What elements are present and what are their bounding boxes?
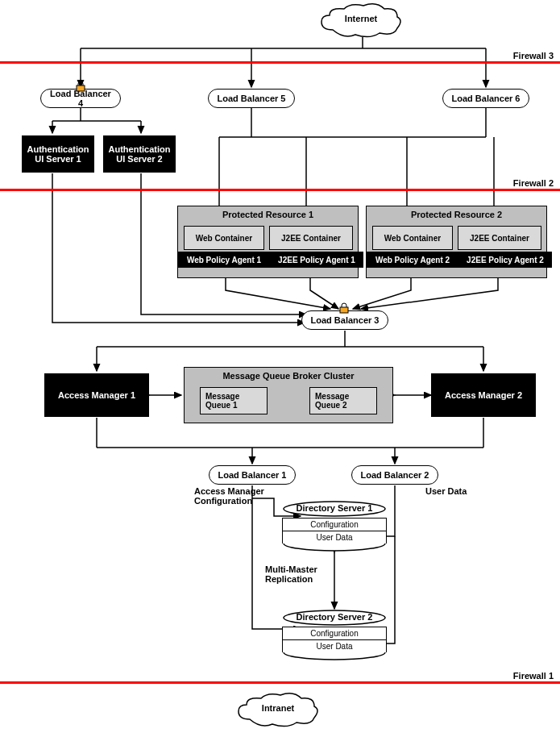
ds2-userdata: User Data <box>282 639 387 652</box>
ds1-title: Directory Server 1 <box>282 503 387 513</box>
am-config-label: Access Manager Configuration <box>194 486 283 506</box>
load-balancer-5: Load Balancer 5 <box>208 89 295 108</box>
internet-label: Internet <box>317 14 405 23</box>
load-balancer-6: Load Balancer 6 <box>442 89 529 108</box>
pr2-web-container: Web Container <box>372 226 453 250</box>
firewall-1-label: Firewall 1 <box>513 671 554 681</box>
mmr-label: Multi-Master Replication <box>265 564 330 584</box>
load-balancer-1: Load Balancer 1 <box>209 465 296 485</box>
firewall-1-line <box>0 681 560 684</box>
diagram-canvas: Firewall 3 Firewall 2 Firewall 1 Interne… <box>0 0 560 733</box>
intranet-label: Intranet <box>234 703 322 713</box>
ds1-userdata: User Data <box>282 531 387 544</box>
firewall-2-line <box>0 189 560 191</box>
message-queue-1: Message Queue 1 <box>200 387 268 414</box>
mq-title: Message Queue Broker Cluster <box>185 371 392 381</box>
auth-ui-server-1: Authentication UI Server 1 <box>22 135 94 173</box>
ds1-config: Configuration <box>282 518 387 531</box>
pr2-title: Protected Resource 2 <box>367 210 546 219</box>
ds2-title: Directory Server 2 <box>282 612 387 622</box>
pr1-title: Protected Resource 1 <box>178 210 358 219</box>
pr2-web-policy-agent: Web Policy Agent 2 <box>367 252 458 268</box>
internet-cloud: Internet <box>317 2 405 40</box>
directory-server-1: Directory Server 1 Configuration User Da… <box>282 500 387 552</box>
load-balancer-2: Load Balancer 2 <box>351 465 438 485</box>
message-queue-2: Message Queue 2 <box>309 387 377 414</box>
pr1-j2ee-container: J2EE Container <box>269 226 353 250</box>
pr2-j2ee-container: J2EE Container <box>458 226 541 250</box>
ds2-config: Configuration <box>282 627 387 639</box>
pr2-j2ee-policy-agent: J2EE Policy Agent 2 <box>458 252 552 268</box>
auth-ui-server-2: Authentication UI Server 2 <box>103 135 176 173</box>
lock-icon <box>75 81 86 92</box>
directory-server-2: Directory Server 2 Configuration User Da… <box>282 609 387 661</box>
intranet-cloud: Intranet <box>234 692 322 729</box>
svg-rect-1 <box>340 307 348 313</box>
access-manager-1: Access Manager 1 <box>44 373 149 417</box>
pr1-web-container: Web Container <box>184 226 264 250</box>
user-data-label: User Data <box>425 486 467 496</box>
pr1-j2ee-policy-agent: J2EE Policy Agent 1 <box>270 252 363 268</box>
lock-icon <box>338 302 350 314</box>
svg-rect-0 <box>77 85 85 91</box>
firewall-3-line <box>0 61 560 64</box>
firewall-3-label: Firewall 3 <box>513 51 554 60</box>
firewall-2-label: Firewall 2 <box>513 178 554 188</box>
pr1-web-policy-agent: Web Policy Agent 1 <box>178 252 270 268</box>
access-manager-2: Access Manager 2 <box>431 373 536 417</box>
